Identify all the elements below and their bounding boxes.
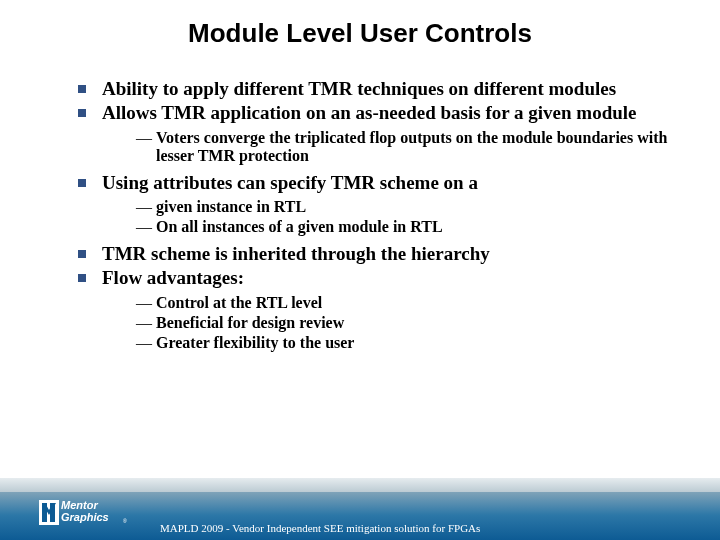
bullet-text: TMR scheme is inherited through the hier… <box>102 243 490 264</box>
sub-bullet-text: Greater flexibility to the user <box>156 334 354 351</box>
bullet-item: Flow advantages: Control at the RTL leve… <box>78 267 690 353</box>
sub-bullet-text: given instance in RTL <box>156 198 306 215</box>
slide: Module Level User Controls Ability to ap… <box>0 0 720 540</box>
mentor-graphics-logo: Mentor Graphics ® <box>38 490 130 530</box>
sub-bullet-item: Beneficial for design review <box>136 314 690 332</box>
slide-title: Module Level User Controls <box>0 0 720 49</box>
sub-bullet-text: On all instances of a given module in RT… <box>156 218 443 235</box>
bullet-item: Ability to apply different TMR technique… <box>78 78 690 100</box>
svg-text:Graphics: Graphics <box>61 511 109 523</box>
sub-bullet-item: Greater flexibility to the user <box>136 334 690 352</box>
sub-bullet-item: given instance in RTL <box>136 198 690 216</box>
bullet-text: Using attributes can specify TMR scheme … <box>102 172 478 193</box>
sub-bullet-item: Control at the RTL level <box>136 294 690 312</box>
bullet-list: Ability to apply different TMR technique… <box>78 78 690 353</box>
bullet-item: TMR scheme is inherited through the hier… <box>78 243 690 265</box>
sub-bullet-list: given instance in RTL On all instances o… <box>136 198 690 237</box>
footer-text: MAPLD 2009 - Vendor Independent SEE miti… <box>160 522 480 534</box>
bullet-text: Ability to apply different TMR technique… <box>102 78 616 99</box>
svg-text:Mentor: Mentor <box>61 499 98 511</box>
sub-bullet-item: On all instances of a given module in RT… <box>136 218 690 236</box>
sub-bullet-item: Voters converge the triplicated flop out… <box>136 129 690 166</box>
sub-bullet-text: Control at the RTL level <box>156 294 322 311</box>
sub-bullet-list: Voters converge the triplicated flop out… <box>136 129 690 166</box>
bullet-text: Flow advantages: <box>102 267 244 288</box>
svg-text:®: ® <box>123 518 127 524</box>
bullet-item: Using attributes can specify TMR scheme … <box>78 172 690 237</box>
sub-bullet-text: Voters converge the triplicated flop out… <box>156 129 667 164</box>
slide-body: Ability to apply different TMR technique… <box>78 78 690 359</box>
sub-bullet-list: Control at the RTL level Beneficial for … <box>136 294 690 353</box>
bullet-text: Allows TMR application on an as-needed b… <box>102 102 637 123</box>
bullet-item: Allows TMR application on an as-needed b… <box>78 102 690 165</box>
sub-bullet-text: Beneficial for design review <box>156 314 344 331</box>
